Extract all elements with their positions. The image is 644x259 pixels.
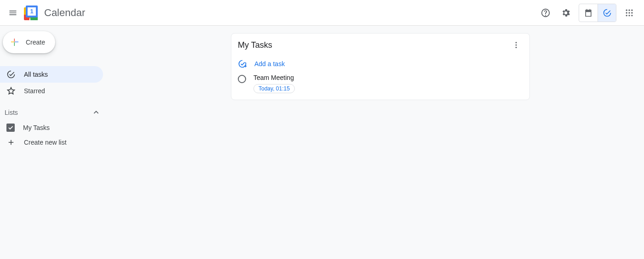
lists-section-header: Lists <box>0 99 110 120</box>
more-vert-icon <box>512 41 520 49</box>
gear-icon <box>561 8 571 18</box>
main-content: My Tasks Add a task Team Meeting Today, … <box>110 26 644 259</box>
apps-grid-icon <box>625 8 634 17</box>
sidebar: Create All tasks Starred Lists <box>0 26 110 259</box>
tasks-card: My Tasks Add a task Team Meeting Today, … <box>231 33 530 100</box>
view-toggle <box>579 4 616 22</box>
support-button[interactable] <box>536 4 555 22</box>
add-task-label: Add a task <box>254 60 285 68</box>
create-new-list[interactable]: Create new list <box>0 135 110 150</box>
task-complete-toggle[interactable] <box>238 75 246 83</box>
svg-point-4 <box>628 12 630 13</box>
lists-header-label: Lists <box>5 109 18 116</box>
checkbox-checked-icon <box>6 124 15 132</box>
svg-point-6 <box>626 15 627 16</box>
task-row[interactable]: Team Meeting Today, 01:15 <box>238 71 527 93</box>
create-list-label: Create new list <box>24 139 67 146</box>
list-my-tasks[interactable]: My Tasks <box>0 120 110 135</box>
svg-point-11 <box>516 47 517 48</box>
calendar-icon <box>584 8 593 17</box>
nav-starred[interactable]: Starred <box>0 83 103 99</box>
add-task-icon <box>238 59 247 68</box>
task-title: Team Meeting <box>253 74 295 81</box>
nav-label: All tasks <box>24 71 48 78</box>
add-task-button[interactable]: Add a task <box>238 56 527 71</box>
nav-label: Starred <box>24 87 45 95</box>
svg-point-5 <box>631 12 632 13</box>
svg-point-3 <box>626 12 627 13</box>
svg-point-2 <box>631 9 632 11</box>
settings-button[interactable] <box>557 4 575 22</box>
task-time-chip[interactable]: Today, 01:15 <box>253 84 295 93</box>
svg-point-0 <box>626 9 627 11</box>
check-circle-icon <box>6 70 16 79</box>
create-label: Create <box>26 39 45 46</box>
calendar-logo-icon: 1 <box>24 6 39 20</box>
help-icon <box>540 8 551 18</box>
svg-point-9 <box>516 42 517 43</box>
collapse-lists-button[interactable] <box>91 107 101 118</box>
card-title: My Tasks <box>238 40 272 50</box>
apps-button[interactable] <box>620 4 638 22</box>
card-more-button[interactable] <box>509 38 523 52</box>
svg-point-10 <box>516 45 517 46</box>
menu-button[interactable] <box>4 4 22 22</box>
hamburger-icon <box>8 8 17 17</box>
nav-all-tasks[interactable]: All tasks <box>0 66 103 83</box>
calendar-view-button[interactable] <box>579 4 598 22</box>
app-header: 1 Calendar <box>0 0 644 26</box>
app-title: Calendar <box>44 7 85 19</box>
logo-day: 1 <box>28 7 36 16</box>
svg-point-1 <box>628 9 630 11</box>
create-button[interactable]: Create <box>3 31 55 53</box>
chevron-up-icon <box>91 107 101 118</box>
plus-multicolor-icon <box>9 37 20 48</box>
svg-point-7 <box>628 15 630 16</box>
star-icon <box>6 86 16 96</box>
plus-icon <box>6 138 16 147</box>
task-check-icon <box>603 8 612 17</box>
svg-point-8 <box>631 15 632 16</box>
list-label: My Tasks <box>23 124 50 131</box>
tasks-view-button[interactable] <box>598 4 616 22</box>
app-logo-title[interactable]: 1 Calendar <box>24 6 85 20</box>
